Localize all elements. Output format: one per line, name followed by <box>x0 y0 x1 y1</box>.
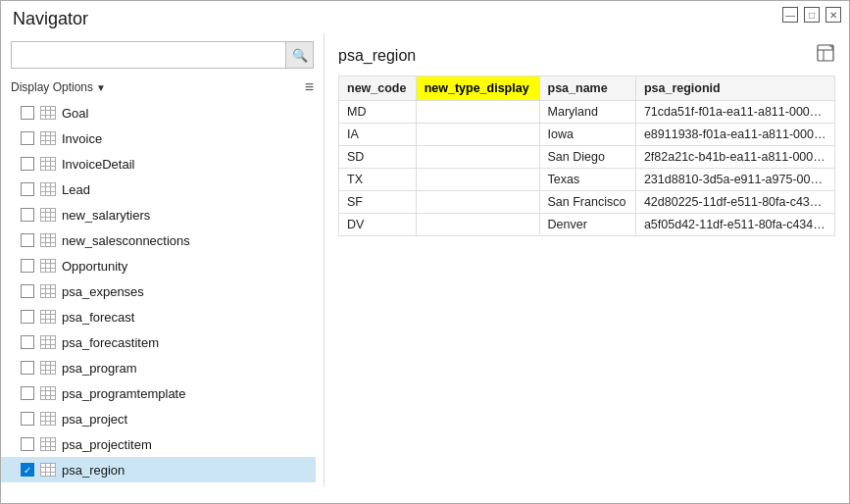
list-item-checkbox[interactable] <box>21 310 34 324</box>
list-item-checkbox[interactable] <box>21 233 34 247</box>
table-icon <box>40 157 56 171</box>
list-item-label: new_salesconnections <box>62 233 190 248</box>
left-panel: 🔍 Display Options ▼ ≡ GoalInvoiceInvoice… <box>1 33 325 486</box>
list-item-label: new_salarytiers <box>62 208 150 223</box>
display-options-label[interactable]: Display Options ▼ <box>11 80 106 94</box>
table-cell-psa_name: Texas <box>539 169 635 191</box>
list-item-checkbox[interactable] <box>21 284 34 298</box>
table-cell-new_type_display <box>416 101 539 124</box>
list-item-label: psa_projectitem <box>62 437 152 452</box>
table-icon <box>40 386 56 400</box>
table-title: psa_region <box>338 47 416 65</box>
table-row[interactable]: MDMaryland71cda51f-f01a-ea11-a811-000d3a… <box>339 101 835 124</box>
minimize-button[interactable]: — <box>782 7 798 23</box>
table-row[interactable]: DVDenvera5f05d42-11df-e511-80fa-c4346bac… <box>339 214 835 236</box>
search-bar: 🔍 <box>11 41 314 69</box>
list-item-label: Lead <box>62 182 90 197</box>
table-icon <box>40 284 56 298</box>
table-cell-new_code: TX <box>339 169 417 191</box>
list-item-label: psa_expenses <box>62 284 144 299</box>
table-action-icon[interactable] <box>816 43 835 68</box>
table-icon <box>40 437 56 451</box>
table-cell-new_code: SF <box>339 191 417 214</box>
svg-rect-0 <box>818 45 833 61</box>
list-item-checkbox[interactable] <box>21 259 34 273</box>
list-item[interactable]: new_salesconnections <box>1 227 316 253</box>
list-item-checkbox[interactable] <box>21 208 34 222</box>
list-item-checkbox[interactable] <box>21 437 34 451</box>
table-cell-psa_regionid: 231d8810-3d5a-e911-a975-000d3a3 <box>635 169 834 191</box>
table-icon <box>40 361 56 375</box>
table-icon <box>40 182 56 196</box>
table-cell-new_type_display <box>416 214 539 236</box>
list-item[interactable]: Lead <box>1 176 316 202</box>
list-area-inner: GoalInvoiceInvoiceDetailLeadnew_salaryti… <box>1 100 324 482</box>
search-button[interactable]: 🔍 <box>285 42 313 68</box>
maximize-button[interactable]: □ <box>804 7 820 23</box>
list-item-label: InvoiceDetail <box>62 157 134 172</box>
title-bar: Navigator — □ ✕ <box>1 1 849 33</box>
table-header-psa_regionid: psa_regionid <box>635 76 834 101</box>
list-item-label: Goal <box>62 106 88 121</box>
list-item-checkbox[interactable] <box>21 131 34 145</box>
list-item-checkbox[interactable] <box>21 157 34 171</box>
search-input[interactable] <box>12 42 285 68</box>
list-item[interactable]: psa_project <box>1 406 316 431</box>
table-header-new_type_display: new_type_display <box>416 76 539 101</box>
table-icon <box>40 259 56 273</box>
search-icon: 🔍 <box>292 48 308 63</box>
close-button[interactable]: ✕ <box>825 7 841 23</box>
table-cell-new_type_display <box>416 146 539 169</box>
table-cell-psa_regionid: e8911938-f01a-ea11-a811-000d3a36 <box>635 124 834 146</box>
table-cell-psa_regionid: 71cda51f-f01a-ea11-a811-000d3a368 <box>635 101 834 124</box>
table-cell-psa_regionid: a5f05d42-11df-e511-80fa-c4346bac4 <box>635 214 834 236</box>
main-layout: 🔍 Display Options ▼ ≡ GoalInvoiceInvoice… <box>1 33 849 486</box>
list-item-checkbox[interactable] <box>21 335 34 349</box>
table-icon <box>40 208 56 222</box>
list-item[interactable]: psa_program <box>1 355 316 380</box>
list-item[interactable]: new_salarytiers <box>1 202 316 227</box>
list-item-label: psa_project <box>62 412 127 427</box>
list-item[interactable]: psa_expenses <box>1 278 316 304</box>
chevron-down-icon: ▼ <box>96 82 106 93</box>
list-item[interactable]: Opportunity <box>1 253 316 278</box>
table-icon <box>40 463 56 477</box>
table-cell-psa_name: Maryland <box>539 101 635 124</box>
table-cell-psa_name: Denver <box>539 214 635 236</box>
list-item-checkbox[interactable] <box>21 182 34 196</box>
table-cell-new_code: MD <box>339 101 417 124</box>
table-icon <box>40 131 56 145</box>
list-item-label: Invoice <box>62 131 102 146</box>
list-item[interactable]: psa_forecast <box>1 304 316 329</box>
data-table: new_codenew_type_displaypsa_namepsa_regi… <box>338 76 835 236</box>
table-cell-psa_name: San Francisco <box>539 191 635 214</box>
table-row[interactable]: SDSan Diego2f82a21c-b41b-ea11-a811-000d3… <box>339 146 835 169</box>
table-cell-psa_name: San Diego <box>539 146 635 169</box>
right-panel: psa_region new_codenew_type_displaypsa_n… <box>325 33 849 486</box>
list-item[interactable]: psa_programtemplate <box>1 380 316 406</box>
list-item[interactable]: Invoice <box>1 126 316 151</box>
list-item[interactable]: Goal <box>1 100 316 126</box>
window-controls: — □ ✕ <box>782 7 841 23</box>
table-icon <box>40 335 56 349</box>
display-options-text: Display Options <box>11 80 93 94</box>
list-item[interactable]: InvoiceDetail <box>1 151 316 176</box>
list-item[interactable]: psa_forecastitem <box>1 329 316 355</box>
table-cell-psa_name: Iowa <box>539 124 635 146</box>
table-cell-new_type_display <box>416 169 539 191</box>
list-item-label: psa_programtemplate <box>62 386 185 401</box>
table-cell-new_type_display <box>416 124 539 146</box>
table-row[interactable]: IAIowae8911938-f01a-ea11-a811-000d3a36 <box>339 124 835 146</box>
list-item-checkbox[interactable] <box>21 412 34 426</box>
list-item-checkbox[interactable] <box>21 106 34 120</box>
table-row[interactable]: SFSan Francisco42d80225-11df-e511-80fa-c… <box>339 191 835 214</box>
list-item-checkbox[interactable] <box>21 463 34 477</box>
table-cell-new_code: SD <box>339 146 417 169</box>
list-item-checkbox[interactable] <box>21 386 34 400</box>
table-row[interactable]: TXTexas231d8810-3d5a-e911-a975-000d3a3 <box>339 169 835 191</box>
table-icon <box>40 106 56 120</box>
display-options-icon: ≡ <box>305 78 314 96</box>
list-item[interactable]: psa_projectitem <box>1 431 316 457</box>
list-item-checkbox[interactable] <box>21 361 34 375</box>
list-item[interactable]: psa_region <box>1 457 316 482</box>
